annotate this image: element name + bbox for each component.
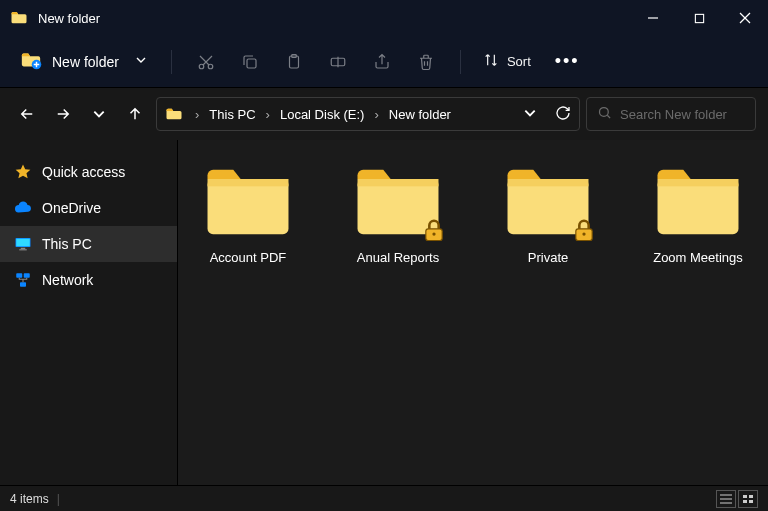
sidebar-item-label: This PC bbox=[42, 236, 92, 252]
star-icon bbox=[14, 163, 32, 181]
cloud-icon bbox=[14, 199, 32, 217]
item-count: 4 items bbox=[10, 492, 49, 506]
large-icons-view-button[interactable] bbox=[738, 490, 758, 508]
recent-locations-button[interactable] bbox=[84, 99, 114, 129]
window-controls bbox=[630, 0, 768, 36]
search-input[interactable] bbox=[620, 107, 745, 122]
folder-item[interactable]: Private bbox=[488, 164, 608, 265]
sidebar-item-quick-access[interactable]: Quick access bbox=[0, 154, 177, 190]
svg-point-12 bbox=[600, 108, 609, 117]
sidebar-item-onedrive[interactable]: OneDrive bbox=[0, 190, 177, 226]
chevron-right-icon: › bbox=[370, 107, 382, 122]
new-folder-icon bbox=[20, 49, 42, 74]
refresh-button[interactable] bbox=[555, 105, 571, 124]
minimize-button[interactable] bbox=[630, 0, 676, 36]
svg-point-30 bbox=[582, 232, 585, 235]
chevron-down-icon[interactable] bbox=[523, 106, 537, 123]
svg-line-13 bbox=[607, 115, 610, 118]
monitor-icon bbox=[14, 235, 32, 253]
breadcrumb-item[interactable]: This PC bbox=[207, 107, 257, 122]
folder-label: Account PDF bbox=[210, 250, 287, 265]
folder-icon bbox=[10, 9, 28, 27]
content-area[interactable]: Account PDF Anual Reports Private bbox=[178, 140, 768, 485]
svg-rect-19 bbox=[24, 273, 30, 278]
forward-button[interactable] bbox=[48, 99, 78, 129]
window-title: New folder bbox=[38, 11, 100, 26]
details-view-button[interactable] bbox=[716, 490, 736, 508]
folder-item[interactable]: Zoom Meetings bbox=[638, 164, 758, 265]
breadcrumb-item[interactable]: Local Disk (E:) bbox=[278, 107, 367, 122]
lock-icon bbox=[420, 216, 448, 244]
nav-row: › This PC › Local Disk (E:) › New folder bbox=[0, 88, 768, 140]
breadcrumb-item[interactable]: New folder bbox=[387, 107, 453, 122]
chevron-right-icon: › bbox=[262, 107, 274, 122]
sort-label: Sort bbox=[507, 54, 531, 69]
chevron-down-icon bbox=[135, 54, 147, 69]
svg-rect-16 bbox=[21, 248, 26, 250]
svg-rect-21 bbox=[208, 179, 289, 234]
svg-point-26 bbox=[432, 232, 435, 235]
svg-rect-1 bbox=[695, 14, 703, 22]
svg-rect-24 bbox=[358, 179, 439, 186]
title-bar: New folder bbox=[0, 0, 768, 36]
svg-rect-22 bbox=[208, 179, 289, 186]
sidebar-item-label: OneDrive bbox=[42, 200, 101, 216]
cut-button[interactable] bbox=[186, 44, 226, 80]
rename-button[interactable] bbox=[318, 44, 358, 80]
folder-label: Anual Reports bbox=[357, 250, 439, 265]
svg-rect-32 bbox=[658, 179, 739, 186]
search-box[interactable] bbox=[586, 97, 756, 131]
svg-rect-37 bbox=[749, 495, 753, 498]
delete-button[interactable] bbox=[406, 44, 446, 80]
network-icon bbox=[14, 271, 32, 289]
folder-icon bbox=[502, 164, 594, 240]
folder-label: Private bbox=[528, 250, 568, 265]
paste-button[interactable] bbox=[274, 44, 314, 80]
sidebar-item-network[interactable]: Network bbox=[0, 262, 177, 298]
folder-icon bbox=[652, 164, 744, 240]
folder-icon bbox=[352, 164, 444, 240]
toolbar-separator bbox=[460, 50, 461, 74]
close-button[interactable] bbox=[722, 0, 768, 36]
lock-icon bbox=[570, 216, 598, 244]
folder-item[interactable]: Anual Reports bbox=[338, 164, 458, 265]
sidebar-item-label: Quick access bbox=[42, 164, 125, 180]
back-button[interactable] bbox=[12, 99, 42, 129]
share-button[interactable] bbox=[362, 44, 402, 80]
svg-rect-39 bbox=[749, 500, 753, 503]
svg-rect-36 bbox=[743, 495, 747, 498]
new-folder-button[interactable]: New folder bbox=[10, 43, 157, 80]
copy-button[interactable] bbox=[230, 44, 270, 80]
sidebar: Quick access OneDrive This PC Network bbox=[0, 140, 178, 485]
svg-rect-15 bbox=[16, 239, 30, 247]
body: Quick access OneDrive This PC Network bbox=[0, 140, 768, 485]
svg-rect-18 bbox=[16, 273, 22, 278]
status-bar: 4 items | bbox=[0, 485, 768, 511]
sort-button[interactable]: Sort bbox=[475, 52, 539, 71]
maximize-button[interactable] bbox=[676, 0, 722, 36]
svg-rect-28 bbox=[508, 179, 589, 186]
sort-icon bbox=[483, 52, 499, 71]
sidebar-item-label: Network bbox=[42, 272, 93, 288]
svg-rect-38 bbox=[743, 500, 747, 503]
svg-rect-31 bbox=[658, 179, 739, 234]
search-icon bbox=[597, 105, 612, 123]
new-folder-label: New folder bbox=[52, 54, 119, 70]
svg-rect-20 bbox=[20, 282, 26, 287]
chevron-right-icon: › bbox=[191, 107, 203, 122]
svg-rect-7 bbox=[247, 59, 256, 68]
toolbar: New folder Sort ••• bbox=[0, 36, 768, 88]
svg-rect-17 bbox=[19, 249, 27, 250]
address-bar[interactable]: › This PC › Local Disk (E:) › New folder bbox=[156, 97, 580, 131]
sidebar-item-this-pc[interactable]: This PC bbox=[0, 226, 177, 262]
status-separator: | bbox=[57, 492, 60, 506]
more-button[interactable]: ••• bbox=[543, 51, 592, 72]
toolbar-separator bbox=[171, 50, 172, 74]
folder-item[interactable]: Account PDF bbox=[188, 164, 308, 265]
folder-label: Zoom Meetings bbox=[653, 250, 743, 265]
folder-icon bbox=[165, 105, 183, 123]
up-button[interactable] bbox=[120, 99, 150, 129]
folder-icon bbox=[202, 164, 294, 240]
